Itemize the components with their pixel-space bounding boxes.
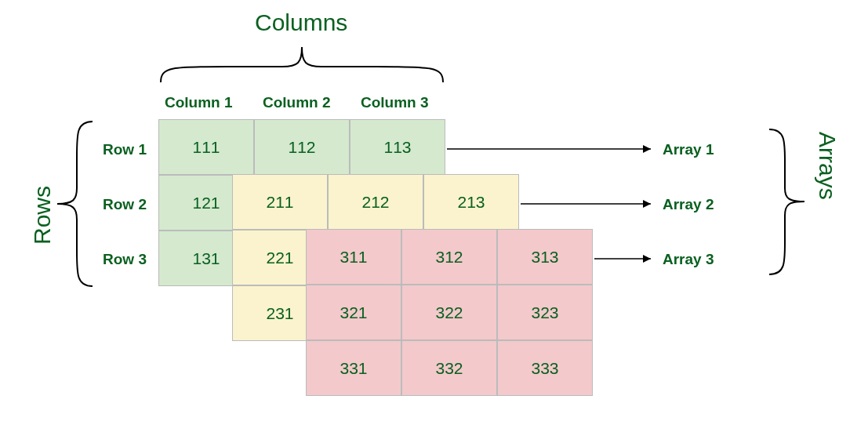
arrow-icon [521, 198, 659, 209]
right-brace-icon [765, 125, 808, 278]
top-brace-icon [157, 43, 447, 86]
column-header: Column 2 [263, 94, 331, 111]
cell: 111 [158, 119, 254, 175]
arrow-icon [447, 143, 659, 154]
cell: 213 [423, 174, 519, 230]
cell: 113 [350, 119, 445, 175]
arrow-icon [594, 253, 659, 264]
column-header: Column 3 [361, 94, 429, 111]
array-grid-3: 311 312 313 321 322 323 331 332 333 [306, 229, 593, 396]
cell: 333 [497, 340, 593, 396]
cell: 331 [306, 340, 401, 396]
cell: 311 [306, 229, 401, 285]
cell: 323 [497, 285, 593, 340]
array-label: Array 3 [663, 251, 714, 268]
cell: 211 [232, 174, 328, 230]
row-header: Row 2 [103, 196, 147, 213]
cell: 322 [401, 285, 497, 340]
column-header: Column 1 [165, 94, 233, 111]
columns-title: Columns [255, 9, 347, 36]
cell: 313 [497, 229, 593, 285]
cell: 212 [328, 174, 423, 230]
rows-title: Rows [29, 186, 56, 245]
cell: 312 [401, 229, 497, 285]
row-header: Row 1 [103, 141, 147, 158]
cell: 112 [254, 119, 350, 175]
array-label: Array 2 [663, 196, 714, 213]
cell: 321 [306, 285, 401, 340]
arrays-title: Arrays [814, 132, 841, 200]
left-brace-icon [53, 118, 96, 290]
cell: 332 [401, 340, 497, 396]
row-header: Row 3 [103, 251, 147, 268]
array-label: Array 1 [663, 141, 714, 158]
